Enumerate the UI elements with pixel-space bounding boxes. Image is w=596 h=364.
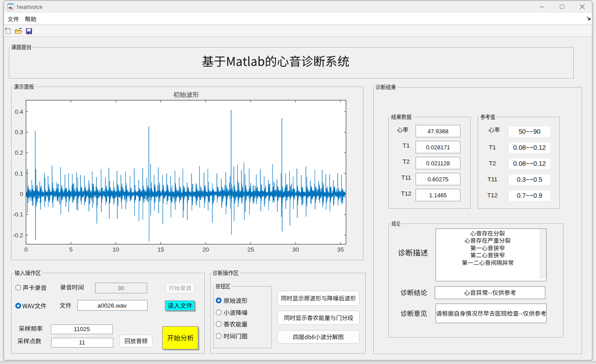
- svg-text:0.3: 0.3: [15, 129, 23, 136]
- svg-text:10: 10: [112, 246, 119, 253]
- svg-text:25: 25: [247, 246, 254, 253]
- svg-text:0: 0: [20, 191, 23, 197]
- svg-text:30: 30: [292, 246, 299, 253]
- svg-text:0.2: 0.2: [15, 149, 23, 156]
- svg-text:15: 15: [157, 246, 164, 253]
- svg-text:20: 20: [202, 246, 209, 253]
- svg-text:-0.1: -0.1: [13, 211, 23, 218]
- svg-text:-0.2: -0.2: [13, 232, 23, 239]
- svg-text:5: 5: [69, 246, 73, 253]
- svg-text:0.1: 0.1: [15, 170, 23, 177]
- svg-text:0.4: 0.4: [15, 108, 23, 115]
- svg-text:0: 0: [24, 246, 28, 253]
- svg-text:35: 35: [337, 246, 344, 253]
